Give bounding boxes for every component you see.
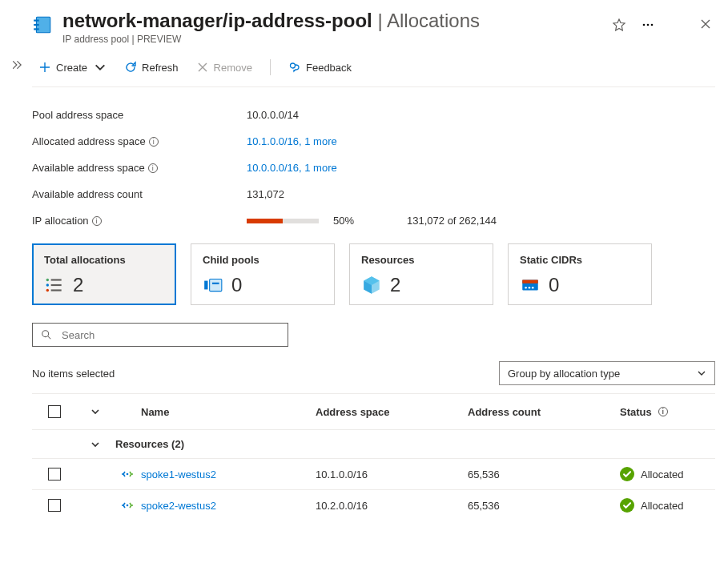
info-icon[interactable]: i [148,163,158,173]
pool-space-value: 10.0.0.0/14 [247,109,299,121]
list-icon [44,275,65,296]
row-address-count: 65,536 [468,468,620,481]
group-by-dropdown[interactable]: Group by allocation type [499,361,715,385]
svg-rect-3 [34,24,39,26]
card-value: 0 [231,274,242,296]
toolbar-separator [270,59,271,75]
card-title: Static CIDRs [520,254,640,266]
pool-space-label: Pool address space [32,109,247,121]
allocations-table: Name Address space Address count Status … [32,393,715,521]
allocated-space-value[interactable]: 10.1.0.0/16, 1 more [247,135,337,147]
expand-left-icon[interactable] [7,56,25,76]
info-icon[interactable]: i [149,137,159,147]
allocated-space-label: Allocated address space [32,135,146,147]
search-icon [41,329,52,340]
card-static-cidrs[interactable]: Static CIDRs 0 [508,243,652,305]
svg-point-11 [46,283,49,286]
svg-point-24 [127,473,129,476]
card-resources[interactable]: Resources 2 [349,243,493,305]
feedback-button[interactable]: Feedback [282,56,358,78]
row-status: Allocated [641,468,683,481]
remove-button: Remove [190,56,259,78]
svg-rect-19 [522,280,538,283]
favorite-button[interactable] [609,15,629,37]
card-title: Child pools [203,254,323,266]
svg-rect-16 [210,279,222,291]
table-group-row[interactable]: Resources (2) [32,429,715,458]
svg-point-6 [647,24,650,26]
vnet-icon [114,499,141,512]
table-row[interactable]: spoke1-westus210.1.0.0/1665,536Allocated [32,458,715,489]
group-label: Resources (2) [114,438,184,450]
svg-point-5 [643,24,646,26]
row-address-space: 10.1.0.0/16 [316,468,468,481]
col-header-status[interactable]: Status [620,406,652,418]
success-icon [620,498,634,513]
row-checkbox[interactable] [48,468,61,481]
cube-icon [361,275,382,296]
available-count-value: 131,072 [247,188,284,200]
available-space-value[interactable]: 10.0.0.0/16, 1 more [247,162,337,174]
card-value: 2 [390,274,400,296]
success-icon [620,467,634,481]
svg-point-8 [290,63,295,68]
table-row[interactable]: spoke2-westus210.2.0.0/1665,536Allocated [32,489,715,521]
svg-rect-17 [212,283,219,284]
allocation-progress [247,219,319,223]
cidr-icon [520,275,541,296]
row-checkbox[interactable] [48,499,61,512]
vnet-icon [114,468,141,481]
more-button[interactable] [638,15,658,37]
resource-link[interactable]: spoke2-westus2 [141,500,216,512]
col-header-address-space[interactable]: Address space [316,406,468,418]
svg-point-22 [532,287,534,289]
ip-allocation-label: IP allocation [32,215,89,227]
allocation-percent: 50% [333,215,354,227]
info-icon[interactable]: i [658,407,668,416]
chevron-down-icon[interactable] [90,407,100,416]
row-status: Allocated [641,500,683,512]
card-value: 2 [73,274,83,296]
svg-point-13 [46,289,49,292]
row-address-count: 65,536 [468,500,620,512]
chevron-down-icon[interactable] [90,440,100,449]
search-input[interactable] [60,328,280,342]
svg-rect-4 [34,28,39,30]
refresh-button[interactable]: Refresh [118,56,185,78]
svg-point-9 [46,279,49,281]
svg-point-26 [127,505,129,507]
available-space-label: Available address space [32,162,145,174]
svg-point-21 [529,287,531,289]
create-button[interactable]: Create [32,56,113,78]
available-count-label: Available address count [32,188,247,200]
close-button[interactable] [696,14,715,38]
ip-pool-icon [32,10,53,38]
svg-rect-2 [34,20,39,22]
card-title: Resources [361,254,481,266]
card-total-allocations[interactable]: Total allocations 2 [32,243,176,305]
search-box[interactable] [32,323,288,347]
chevron-down-icon [697,368,706,378]
card-child-pools[interactable]: Child pools 0 [191,243,335,305]
svg-point-23 [42,331,49,337]
col-header-address-count[interactable]: Address count [468,406,620,418]
pool-icon [203,275,223,296]
card-title: Total allocations [44,254,164,266]
info-icon[interactable]: i [92,216,102,226]
select-all-checkbox[interactable] [48,405,61,418]
breadcrumb: IP address pool | PREVIEW [62,32,600,45]
toolbar: Create Refresh Remove Feedback [32,50,715,87]
selection-text: No items selected [32,368,115,380]
svg-rect-15 [204,281,207,290]
card-value: 0 [549,274,559,296]
svg-rect-10 [51,279,62,280]
allocation-fraction: 131,072 of 262,144 [407,215,497,227]
svg-rect-12 [51,284,62,286]
row-address-space: 10.2.0.0/16 [316,500,468,512]
svg-point-7 [651,24,654,26]
resource-link[interactable]: spoke1-westus2 [141,468,216,481]
svg-point-20 [525,287,527,289]
svg-rect-14 [51,289,62,291]
col-header-name[interactable]: Name [141,406,316,418]
page-title: network-manager/ip-address-pool | Alloca… [62,10,480,32]
